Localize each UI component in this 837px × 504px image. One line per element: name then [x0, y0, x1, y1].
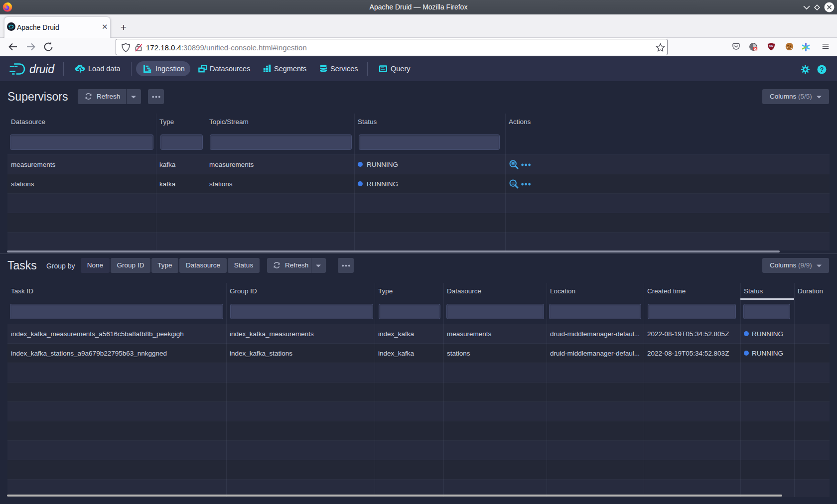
svg-text:UO: UO — [769, 44, 774, 47]
svg-text:?: ? — [820, 66, 824, 73]
